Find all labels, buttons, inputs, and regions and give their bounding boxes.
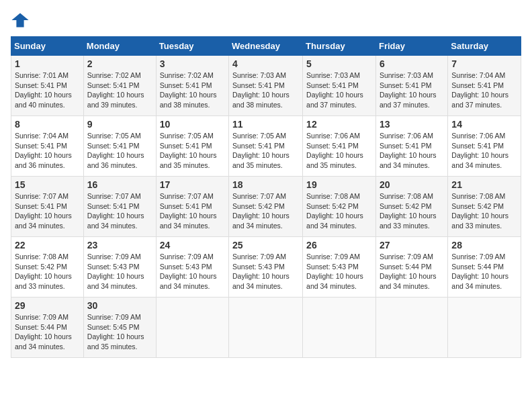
sunrise-label: Sunrise: 7:03 AM <box>306 71 360 79</box>
day-number: 4 <box>232 58 299 69</box>
day-number: 9 <box>87 119 152 130</box>
daylight-label: Daylight: 10 hours and 35 minutes. <box>306 151 363 169</box>
sunset-label: Sunset: 5:41 PM <box>87 142 140 150</box>
day-info: Sunrise: 7:08 AM Sunset: 5:42 PM Dayligh… <box>451 191 517 231</box>
sunset-label: Sunset: 5:43 PM <box>160 263 212 271</box>
sunset-label: Sunset: 5:42 PM <box>306 202 359 210</box>
day-info: Sunrise: 7:08 AM Sunset: 5:42 PM Dayligh… <box>380 191 444 231</box>
calendar-cell <box>303 298 376 358</box>
calendar-cell: 1 Sunrise: 7:01 AM Sunset: 5:41 PM Dayli… <box>11 56 84 116</box>
sunset-label: Sunset: 5:41 PM <box>451 142 504 150</box>
day-number: 15 <box>15 179 80 190</box>
daylight-label: Daylight: 10 hours and 34 minutes. <box>87 272 144 290</box>
sunrise-label: Sunrise: 7:09 AM <box>306 253 360 261</box>
calendar-cell: 10 Sunrise: 7:05 AM Sunset: 5:41 PM Dayl… <box>156 116 228 177</box>
day-number: 30 <box>87 300 152 311</box>
day-number: 19 <box>306 179 372 190</box>
day-info: Sunrise: 7:05 AM Sunset: 5:41 PM Dayligh… <box>232 131 299 171</box>
day-number: 7 <box>451 58 517 69</box>
day-number: 12 <box>306 119 372 130</box>
calendar-cell: 23 Sunrise: 7:09 AM Sunset: 5:43 PM Dayl… <box>83 237 156 298</box>
calendar-cell: 20 Sunrise: 7:08 AM Sunset: 5:42 PM Dayl… <box>375 177 447 237</box>
sunset-label: Sunset: 5:41 PM <box>380 142 432 150</box>
calendar-cell: 7 Sunrise: 7:04 AM Sunset: 5:41 PM Dayli… <box>448 56 521 116</box>
calendar-table: SundayMondayTuesdayWednesdayThursdayFrid… <box>11 36 521 358</box>
calendar-cell: 15 Sunrise: 7:07 AM Sunset: 5:41 PM Dayl… <box>11 177 84 237</box>
calendar-cell: 13 Sunrise: 7:06 AM Sunset: 5:41 PM Dayl… <box>375 116 447 177</box>
sunrise-label: Sunrise: 7:09 AM <box>160 253 214 261</box>
calendar-cell: 6 Sunrise: 7:03 AM Sunset: 5:41 PM Dayli… <box>375 56 447 116</box>
sunset-label: Sunset: 5:41 PM <box>306 142 359 150</box>
day-info: Sunrise: 7:07 AM Sunset: 5:41 PM Dayligh… <box>160 191 225 231</box>
day-number: 29 <box>15 300 80 311</box>
daylight-label: Daylight: 10 hours and 40 minutes. <box>15 91 72 109</box>
day-info: Sunrise: 7:06 AM Sunset: 5:41 PM Dayligh… <box>306 131 372 171</box>
sunset-label: Sunset: 5:41 PM <box>160 81 212 89</box>
daylight-label: Daylight: 10 hours and 34 minutes. <box>306 272 363 290</box>
day-info: Sunrise: 7:09 AM Sunset: 5:45 PM Dayligh… <box>87 312 152 352</box>
daylight-label: Daylight: 10 hours and 35 minutes. <box>232 151 290 169</box>
calendar-cell: 4 Sunrise: 7:03 AM Sunset: 5:41 PM Dayli… <box>229 56 303 116</box>
weekday-header: Saturday <box>448 37 521 56</box>
calendar-cell: 8 Sunrise: 7:04 AM Sunset: 5:41 PM Dayli… <box>11 116 84 177</box>
day-number: 3 <box>160 58 225 69</box>
day-number: 1 <box>15 58 80 69</box>
calendar-cell: 29 Sunrise: 7:09 AM Sunset: 5:44 PM Dayl… <box>11 298 84 358</box>
calendar-cell: 17 Sunrise: 7:07 AM Sunset: 5:41 PM Dayl… <box>156 177 228 237</box>
sunset-label: Sunset: 5:41 PM <box>160 202 212 210</box>
day-info: Sunrise: 7:09 AM Sunset: 5:43 PM Dayligh… <box>306 252 372 291</box>
day-info: Sunrise: 7:08 AM Sunset: 5:42 PM Dayligh… <box>15 252 80 291</box>
sunrise-label: Sunrise: 7:09 AM <box>380 253 433 261</box>
calendar-cell: 3 Sunrise: 7:02 AM Sunset: 5:41 PM Dayli… <box>156 56 228 116</box>
calendar-cell: 18 Sunrise: 7:07 AM Sunset: 5:42 PM Dayl… <box>229 177 303 237</box>
day-number: 6 <box>380 58 444 69</box>
sunrise-label: Sunrise: 7:05 AM <box>232 132 286 140</box>
day-number: 23 <box>87 240 152 250</box>
sunset-label: Sunset: 5:41 PM <box>15 142 67 150</box>
daylight-label: Daylight: 10 hours and 34 minutes. <box>87 212 144 230</box>
day-info: Sunrise: 7:07 AM Sunset: 5:42 PM Dayligh… <box>232 191 299 231</box>
svg-marker-0 <box>11 13 28 28</box>
daylight-label: Daylight: 10 hours and 34 minutes. <box>232 272 290 290</box>
calendar-week-row: 1 Sunrise: 7:01 AM Sunset: 5:41 PM Dayli… <box>11 56 521 116</box>
day-number: 24 <box>160 240 225 250</box>
calendar-week-row: 8 Sunrise: 7:04 AM Sunset: 5:41 PM Dayli… <box>11 116 521 177</box>
sunrise-label: Sunrise: 7:06 AM <box>451 132 505 140</box>
sunset-label: Sunset: 5:44 PM <box>380 263 432 271</box>
calendar-cell: 9 Sunrise: 7:05 AM Sunset: 5:41 PM Dayli… <box>83 116 156 177</box>
sunset-label: Sunset: 5:41 PM <box>232 142 285 150</box>
sunrise-label: Sunrise: 7:08 AM <box>306 192 360 200</box>
sunrise-label: Sunrise: 7:09 AM <box>232 253 286 261</box>
daylight-label: Daylight: 10 hours and 34 minutes. <box>306 212 363 230</box>
sunrise-label: Sunrise: 7:09 AM <box>87 253 141 261</box>
sunrise-label: Sunrise: 7:02 AM <box>160 71 214 79</box>
calendar-cell: 11 Sunrise: 7:05 AM Sunset: 5:41 PM Dayl… <box>229 116 303 177</box>
daylight-label: Daylight: 10 hours and 33 minutes. <box>451 212 508 230</box>
calendar-cell: 24 Sunrise: 7:09 AM Sunset: 5:43 PM Dayl… <box>156 237 228 298</box>
day-number: 28 <box>451 240 517 250</box>
day-number: 27 <box>380 240 444 250</box>
day-info: Sunrise: 7:05 AM Sunset: 5:41 PM Dayligh… <box>87 131 152 171</box>
daylight-label: Daylight: 10 hours and 34 minutes. <box>15 212 72 230</box>
day-info: Sunrise: 7:03 AM Sunset: 5:41 PM Dayligh… <box>232 71 299 110</box>
day-info: Sunrise: 7:02 AM Sunset: 5:41 PM Dayligh… <box>87 71 152 110</box>
day-info: Sunrise: 7:09 AM Sunset: 5:44 PM Dayligh… <box>451 252 517 291</box>
sunset-label: Sunset: 5:44 PM <box>451 263 504 271</box>
day-info: Sunrise: 7:07 AM Sunset: 5:41 PM Dayligh… <box>87 191 152 231</box>
day-number: 14 <box>451 119 517 130</box>
day-number: 20 <box>380 179 444 190</box>
weekday-header: Sunday <box>11 37 84 56</box>
day-info: Sunrise: 7:09 AM Sunset: 5:43 PM Dayligh… <box>232 252 299 291</box>
sunrise-label: Sunrise: 7:07 AM <box>160 192 214 200</box>
calendar-week-row: 22 Sunrise: 7:08 AM Sunset: 5:42 PM Dayl… <box>11 237 521 298</box>
day-info: Sunrise: 7:02 AM Sunset: 5:41 PM Dayligh… <box>160 71 225 110</box>
sunset-label: Sunset: 5:41 PM <box>160 142 212 150</box>
calendar-cell: 25 Sunrise: 7:09 AM Sunset: 5:43 PM Dayl… <box>229 237 303 298</box>
day-info: Sunrise: 7:04 AM Sunset: 5:41 PM Dayligh… <box>15 131 80 171</box>
sunrise-label: Sunrise: 7:02 AM <box>87 71 141 79</box>
sunrise-label: Sunrise: 7:05 AM <box>160 132 214 140</box>
day-number: 10 <box>160 119 225 130</box>
day-info: Sunrise: 7:01 AM Sunset: 5:41 PM Dayligh… <box>15 71 80 110</box>
sunset-label: Sunset: 5:44 PM <box>15 323 67 331</box>
day-info: Sunrise: 7:03 AM Sunset: 5:41 PM Dayligh… <box>306 71 372 110</box>
